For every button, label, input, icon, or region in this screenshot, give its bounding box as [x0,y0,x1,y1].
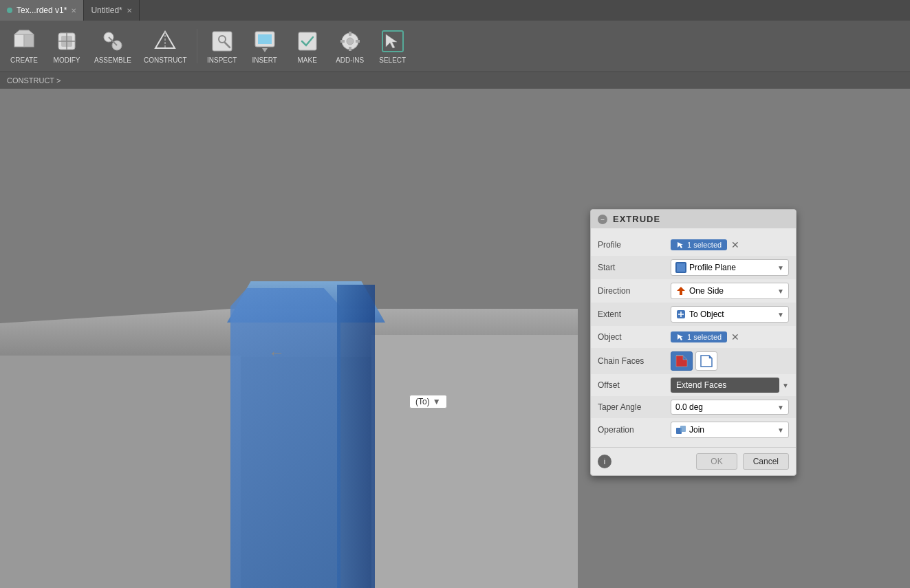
operation-row: Operation Join ▼ [591,418,796,442]
tab-label: Tex...rded v1* [17,6,67,15]
chain-faces-button-1[interactable] [671,351,693,371]
svg-rect-25 [356,40,360,43]
extend-faces-text: Extend Faces [676,380,726,390]
extend-faces-button[interactable]: Extend Faces [671,378,779,393]
toolbar-separator [197,29,197,63]
svg-rect-17 [258,34,272,44]
cancel-button[interactable]: Cancel [743,453,789,470]
info-button[interactable]: i [598,455,611,468]
svg-rect-1 [24,34,34,47]
assemble-label: ASSEMBLE [94,56,131,64]
svg-rect-39 [680,426,686,432]
toolbar-item-insert[interactable]: INSERT [244,23,285,69]
chain-faces-value [671,351,789,371]
offset-row: Offset Extend Faces ▼ [591,374,796,396]
cursor-icon-2 [676,333,684,341]
extent-value: To Object ▼ [671,306,789,323]
svg-marker-2 [14,30,34,34]
extent-dropdown-text: To Object [689,309,724,319]
taper-angle-input-container[interactable]: 0.0 deg ▼ [671,400,789,415]
breadcrumb: CONSTRUCT > [0,72,910,89]
profile-selected-badge[interactable]: 1 selected [671,239,727,250]
tab-dot [7,8,12,13]
chain-faces-button-2[interactable] [695,351,717,371]
insert-icon [252,29,277,54]
start-value: Profile Plane ▼ [671,259,789,276]
tab-tex-rded[interactable]: Tex...rded v1* ✕ [0,0,84,21]
profile-selected-text: 1 selected [687,241,722,249]
select-label: SELECT [379,56,406,64]
svg-rect-0 [14,34,24,47]
profile-label: Profile [598,240,667,250]
direction-icon [675,285,686,296]
operation-value: Join ▼ [671,422,789,438]
object-value: 1 selected ✕ [671,331,789,342]
taper-angle-row: Taper Angle 0.0 deg ▼ [591,396,796,418]
operation-dropdown[interactable]: Join ▼ [671,422,789,438]
start-label: Start [598,263,667,272]
arrow-indicator: ← [268,343,285,362]
canvas-area[interactable]: ← (To) ▼ – EXTRUDE Profile 1 selected ✕ [0,89,910,588]
chain-face-icon-2 [700,354,713,368]
offset-value: Extend Faces ▼ [671,378,789,393]
chain-faces-label: Chain Faces [598,356,667,366]
tooltip-text: (To) [415,397,430,406]
panel-footer: i OK Cancel [591,447,796,475]
toolbar: CREATE MODIFY ASSEMBLE [0,21,910,72]
panel-body: Profile 1 selected ✕ Start Profile Plane [591,228,796,447]
offset-dropdown-arrow: ▼ [782,382,789,389]
construct-label: CONSTRUCT [144,56,187,64]
arrow-symbol: ← [268,343,285,362]
profile-clear-button[interactable]: ✕ [730,239,741,250]
inspect-label: INSPECT [207,56,237,64]
create-icon [12,29,36,54]
panel-header: – EXTRUDE [591,210,796,228]
close-icon[interactable]: ✕ [71,7,76,14]
tooltip-dropdown-arrow[interactable]: ▼ [433,397,441,406]
operation-label: Operation [598,425,667,435]
extent-icon [675,309,686,320]
toolbar-item-create[interactable]: CREATE [3,23,45,69]
start-dropdown[interactable]: Profile Plane ▼ [671,259,789,276]
extrude-front-face [230,288,340,588]
assemble-icon [100,29,125,54]
tab-untitled[interactable]: Untitled* ✕ [84,0,139,21]
extent-dropdown[interactable]: To Object ▼ [671,306,789,323]
inspect-icon [210,29,235,54]
start-row: Start Profile Plane ▼ [591,256,796,279]
join-icon [675,424,686,435]
select-icon [380,29,405,54]
toolbar-item-select[interactable]: SELECT [372,23,413,69]
toolbar-item-addins[interactable]: ADD-INS [329,23,371,69]
close-icon[interactable]: ✕ [127,7,132,14]
addins-label: ADD-INS [336,56,364,64]
panel-header-icon: – [598,215,607,224]
offset-label: Offset [598,380,667,390]
direction-row: Direction One Side ▼ [591,279,796,303]
svg-rect-24 [340,40,345,43]
object-selected-badge[interactable]: 1 selected [671,331,727,342]
make-label: MAKE [298,56,317,64]
direction-value: One Side ▼ [671,283,789,299]
object-label: Object [598,332,667,342]
toolbar-item-make[interactable]: MAKE [287,23,328,69]
svg-marker-34 [676,356,687,367]
direction-dropdown[interactable]: One Side ▼ [671,283,789,299]
toolbar-item-inspect[interactable]: INSPECT [202,23,243,69]
toolbar-item-modify[interactable]: MODIFY [46,23,87,69]
svg-point-21 [347,38,354,45]
panel-title: EXTRUDE [613,214,660,224]
modify-icon [54,29,79,54]
taper-angle-dropdown-arrow: ▼ [777,404,784,411]
extrude-right-face [337,285,375,588]
toolbar-item-construct[interactable]: CONSTRUCT [138,23,193,69]
create-label: CREATE [10,56,38,64]
profile-row: Profile 1 selected ✕ [591,234,796,256]
insert-label: INSERT [252,56,277,64]
construct-icon [153,29,177,54]
object-clear-button[interactable]: ✕ [730,331,741,342]
svg-marker-18 [262,48,268,52]
ok-button[interactable]: OK [696,453,737,470]
tooltip-label[interactable]: (To) ▼ [409,395,447,409]
toolbar-item-assemble[interactable]: ASSEMBLE [89,23,137,69]
